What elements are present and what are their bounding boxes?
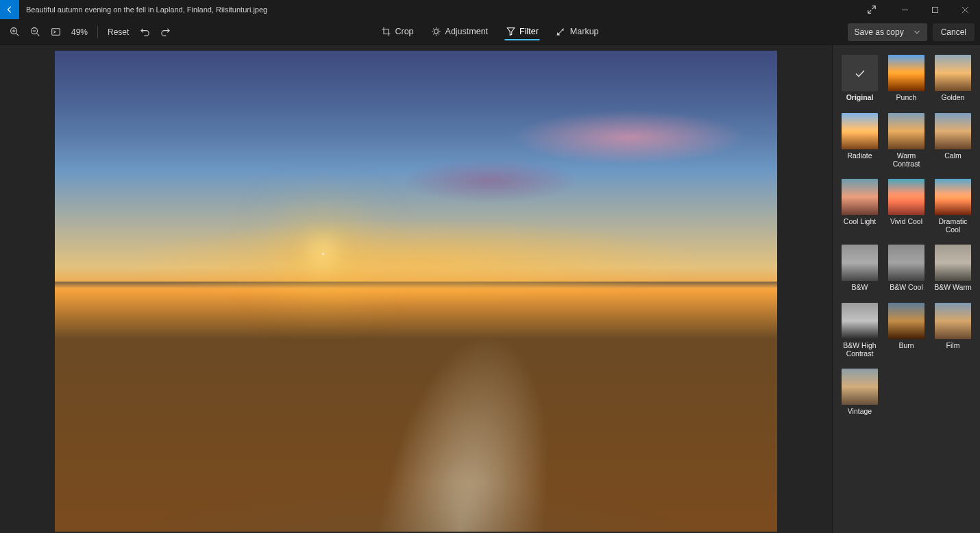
filter-label: B&W Warm xyxy=(934,284,971,292)
redo-icon xyxy=(160,27,171,37)
filter-thumbnail xyxy=(842,55,878,91)
filter-thumbnail xyxy=(888,303,924,339)
filter-thumbnail xyxy=(935,245,971,281)
arrow-left-icon xyxy=(5,5,14,14)
filter-label: Cool Light xyxy=(844,218,876,226)
filter-item-cool-light[interactable]: Cool Light xyxy=(841,179,879,234)
filter-thumbnail xyxy=(888,179,924,215)
filter-label: Warm Contrast xyxy=(887,152,926,168)
redo-button[interactable] xyxy=(156,23,174,41)
filter-item-burn[interactable]: Burn xyxy=(887,303,926,358)
filter-label: Vintage xyxy=(848,408,872,416)
filter-label: Radiate xyxy=(847,152,872,160)
filter-label: B&W xyxy=(852,284,868,292)
undo-icon xyxy=(140,27,150,37)
filter-thumbnail xyxy=(842,369,878,405)
filter-item-radiate[interactable]: Radiate xyxy=(841,113,879,168)
minimize-icon xyxy=(901,6,909,14)
zoom-out-button[interactable] xyxy=(26,23,44,41)
filter-icon xyxy=(506,27,515,36)
filter-item-film[interactable]: Film xyxy=(934,303,972,358)
toolbar: 49% Reset Crop Adjustment Filter Markup xyxy=(0,19,980,45)
fit-icon xyxy=(51,27,61,37)
title-bar: Beautiful autumn evening on the fell in … xyxy=(0,0,980,19)
maximize-button[interactable] xyxy=(920,0,950,19)
filter-thumbnail xyxy=(935,179,971,215)
mode-label: Adjustment xyxy=(445,27,489,36)
filter-thumbnail xyxy=(935,113,971,149)
filter-item-golden[interactable]: Golden xyxy=(934,55,972,102)
filter-label: B&W Cool xyxy=(890,284,922,292)
filter-label: Dramatic Cool xyxy=(934,218,972,234)
filter-item-b-w[interactable]: B&W xyxy=(841,245,879,292)
filter-label: Punch xyxy=(896,94,917,102)
close-button[interactable] xyxy=(950,0,980,19)
back-button[interactable] xyxy=(0,0,19,19)
filter-item-calm[interactable]: Calm xyxy=(934,113,972,168)
svg-rect-0 xyxy=(932,7,938,12)
filter-item-vivid-cool[interactable]: Vivid Cool xyxy=(887,179,926,234)
zoom-level-label[interactable]: 49% xyxy=(67,27,92,37)
svg-point-4 xyxy=(434,29,439,34)
zoom-out-icon xyxy=(30,27,40,37)
image-preview[interactable] xyxy=(55,51,777,532)
filter-item-b-w-warm[interactable]: B&W Warm xyxy=(934,245,972,292)
filter-label: Vivid Cool xyxy=(890,218,922,226)
filter-item-dramatic-cool[interactable]: Dramatic Cool xyxy=(934,179,972,234)
separator xyxy=(97,26,98,38)
filter-thumbnail xyxy=(842,113,878,149)
workspace: OriginalPunchGoldenRadiateWarm ContrastC… xyxy=(0,45,980,533)
cancel-label: Cancel xyxy=(941,27,966,37)
reset-button[interactable]: Reset xyxy=(103,25,133,40)
save-as-copy-button[interactable]: Save as copy xyxy=(848,23,927,41)
filter-item-b-w-high-contrast[interactable]: B&W High Contrast xyxy=(841,303,879,358)
canvas-area[interactable] xyxy=(0,45,832,533)
filter-thumbnail xyxy=(935,303,971,339)
filter-label: Burn xyxy=(898,342,914,350)
save-label: Save as copy xyxy=(855,27,904,37)
mode-label: Filter xyxy=(519,27,539,36)
zoom-in-icon xyxy=(10,27,20,37)
mode-markup[interactable]: Markup xyxy=(555,24,600,40)
markup-icon xyxy=(556,27,566,36)
filter-thumbnail xyxy=(842,245,878,281)
filter-item-vintage[interactable]: Vintage xyxy=(841,369,879,416)
zoom-in-button[interactable] xyxy=(5,23,23,41)
filter-item-warm-contrast[interactable]: Warm Contrast xyxy=(887,113,926,168)
filter-thumbnail xyxy=(842,303,878,339)
filter-thumbnail xyxy=(842,179,878,215)
close-icon xyxy=(961,6,969,14)
filter-item-punch[interactable]: Punch xyxy=(887,55,926,102)
filter-item-original[interactable]: Original xyxy=(841,55,879,102)
chevron-down-icon xyxy=(914,29,920,36)
filter-thumbnail xyxy=(935,55,971,91)
mode-label: Crop xyxy=(395,27,413,36)
filter-label: Golden xyxy=(942,94,965,102)
fullscreen-button[interactable] xyxy=(857,0,887,19)
mode-crop[interactable]: Crop xyxy=(380,24,415,40)
mode-adjustment[interactable]: Adjustment xyxy=(430,24,490,40)
undo-button[interactable] xyxy=(136,23,154,41)
filter-thumbnail xyxy=(888,55,924,91)
mode-filter[interactable]: Filter xyxy=(504,24,540,40)
filter-label: B&W High Contrast xyxy=(841,342,879,358)
filter-thumbnail xyxy=(888,113,924,149)
filter-label: Calm xyxy=(944,152,961,160)
filter-label: Original xyxy=(846,94,874,102)
filter-label: Film xyxy=(946,342,960,350)
mode-label: Markup xyxy=(570,27,599,36)
crop-icon xyxy=(381,27,391,36)
filter-item-b-w-cool[interactable]: B&W Cool xyxy=(887,245,926,292)
cancel-button[interactable]: Cancel xyxy=(933,23,975,41)
adjustment-icon xyxy=(432,27,441,36)
minimize-button[interactable] xyxy=(890,0,920,19)
filter-thumbnail xyxy=(888,245,924,281)
file-title: Beautiful autumn evening on the fell in … xyxy=(19,5,857,14)
filter-panel: OriginalPunchGoldenRadiateWarm ContrastC… xyxy=(832,45,980,533)
maximize-icon xyxy=(931,6,939,14)
checkmark-icon xyxy=(853,66,867,80)
zoom-fit-button[interactable] xyxy=(47,23,64,41)
expand-icon xyxy=(867,5,877,14)
